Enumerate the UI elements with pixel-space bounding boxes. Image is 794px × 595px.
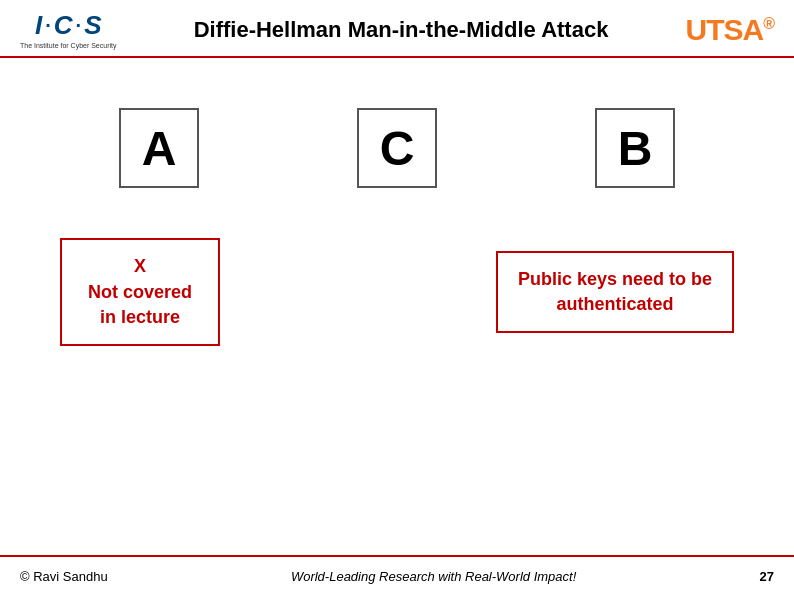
slide-title: Diffie-Hellman Man-in-the-Middle Attack <box>116 17 685 43</box>
logo-utsa: UTSA® <box>686 13 774 47</box>
main-content: A C B X Not covered in lecture Public ke… <box>0 58 794 533</box>
not-covered-x: X <box>82 254 198 279</box>
header: I · C · S The Institute for Cyber Securi… <box>0 0 794 58</box>
ics-sep-1: · <box>45 14 51 37</box>
entity-a: A <box>119 108 199 188</box>
ics-letter-i: I <box>35 10 42 41</box>
not-covered-line3: in lecture <box>82 305 198 330</box>
public-keys-line2: authenticated <box>518 292 712 317</box>
entities-row: A C B <box>40 108 754 188</box>
not-covered-box: X Not covered in lecture <box>60 238 220 346</box>
footer-page-number: 27 <box>760 569 774 584</box>
lower-row: X Not covered in lecture Public keys nee… <box>40 238 754 346</box>
ics-subtitle: The Institute for Cyber Security <box>20 42 116 50</box>
ics-sep-2: · <box>76 14 82 37</box>
footer-tagline: World-Leading Research with Real-World I… <box>291 569 576 584</box>
public-keys-line1: Public keys need to be <box>518 267 712 292</box>
entity-b: B <box>595 108 675 188</box>
logo-ics: I · C · S The Institute for Cyber Securi… <box>20 10 116 50</box>
footer: © Ravi Sandhu World-Leading Research wit… <box>0 555 794 595</box>
not-covered-line2: Not covered <box>82 280 198 305</box>
utsa-text: UTSA <box>686 13 764 46</box>
entity-c: C <box>357 108 437 188</box>
ics-letter-c: C <box>54 10 73 41</box>
footer-copyright: © Ravi Sandhu <box>20 569 108 584</box>
public-keys-box: Public keys need to be authenticated <box>496 251 734 333</box>
ics-letter-s: S <box>84 10 101 41</box>
